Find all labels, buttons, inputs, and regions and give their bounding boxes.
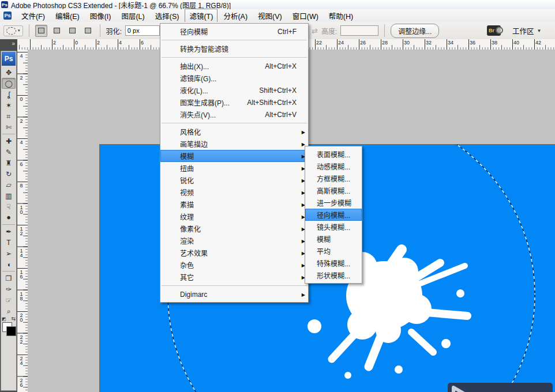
filter-menu-item[interactable] bbox=[160, 283, 308, 288]
menubar-item[interactable]: 图像(I) bbox=[85, 9, 116, 23]
height-input[interactable] bbox=[340, 25, 378, 36]
menubar-item[interactable]: 文件(F) bbox=[17, 9, 50, 23]
workspace-dropdown[interactable]: 工作区 ▼ bbox=[512, 25, 541, 36]
ruler-label: 0 bbox=[75, 40, 78, 46]
refine-edge-button[interactable]: 调整边缘... bbox=[391, 24, 439, 38]
ruler-label: 34 bbox=[448, 40, 453, 46]
menubar-item[interactable]: 选择(S) bbox=[151, 9, 184, 23]
blur-submenu-item[interactable]: 高斯模糊... bbox=[305, 184, 362, 197]
notes-tool[interactable]: ❐ bbox=[2, 273, 16, 284]
brush-tool[interactable]: ✎ bbox=[2, 146, 16, 157]
filter-menu-item[interactable]: 锐化 ▶ bbox=[160, 174, 308, 186]
intersect-selection-button[interactable] bbox=[82, 25, 94, 37]
filter-menu-item[interactable]: 扭曲 ▶ bbox=[160, 162, 308, 174]
swap-colors-icon[interactable]: ⇆ bbox=[11, 316, 16, 322]
hand-tool[interactable]: ☞ bbox=[2, 295, 16, 306]
lasso-tool[interactable]: ʆ bbox=[2, 89, 16, 100]
filter-menu-item[interactable]: 像素化 ▶ bbox=[160, 223, 308, 235]
blur-submenu-item[interactable]: 方框模糊... bbox=[305, 172, 362, 184]
zoom-tool[interactable]: ⌕ bbox=[2, 306, 16, 316]
blur-submenu-item[interactable]: 镜头模糊... bbox=[305, 221, 362, 233]
shape-tool[interactable]: ◖ bbox=[2, 259, 16, 270]
menu-item-shortcut: Shift+Ctrl+X bbox=[259, 86, 297, 95]
height-label: 高度: bbox=[321, 26, 337, 36]
default-colors-icon[interactable]: ◩ bbox=[2, 316, 6, 322]
menubar-item[interactable]: 编辑(E) bbox=[51, 9, 84, 23]
menu-item-label: 抽出(X)... bbox=[180, 61, 209, 71]
eyedropper-tool[interactable]: ✑ bbox=[2, 284, 16, 295]
ruler-label: 26 bbox=[360, 40, 366, 46]
menubar-item[interactable]: 窗口(W) bbox=[288, 9, 323, 23]
gradient-tool[interactable]: ▥ bbox=[2, 190, 16, 201]
blur-submenu-item[interactable]: 特殊模糊... bbox=[305, 257, 362, 269]
filter-menu-item[interactable]: 风格化 ▶ bbox=[160, 126, 308, 138]
collapse-dock-icon[interactable]: » bbox=[0, 39, 17, 48]
subtract-from-selection-button[interactable] bbox=[66, 25, 78, 37]
type-tool[interactable]: T bbox=[2, 237, 16, 248]
filter-menu-item[interactable]: 杂色 ▶ bbox=[160, 259, 308, 271]
filter-menu-item[interactable]: 模糊 ▶ bbox=[160, 150, 308, 162]
add-to-selection-button[interactable] bbox=[51, 25, 63, 37]
menubar-item[interactable]: 视图(V) bbox=[253, 9, 287, 23]
elliptical-marquee-tool[interactable]: ◯ bbox=[2, 78, 16, 89]
menubar-item[interactable]: 滤镜(T) bbox=[185, 9, 217, 23]
healing-brush-tool[interactable]: ✚ bbox=[2, 135, 16, 146]
menubar-item[interactable]: 分析(A) bbox=[219, 9, 252, 23]
ruler-label: 32 bbox=[426, 40, 432, 46]
filter-menu-item[interactable]: 渲染 ▶ bbox=[160, 235, 308, 247]
blur-submenu-item[interactable]: 模糊 bbox=[305, 233, 362, 245]
feather-input[interactable] bbox=[125, 25, 160, 36]
tool-preset-picker[interactable]: ▾ bbox=[3, 25, 23, 36]
blur-submenu-item[interactable]: 径向模糊... bbox=[305, 209, 362, 221]
ruler-label: 8 bbox=[18, 183, 24, 187]
ruler-label: 14 bbox=[18, 248, 24, 257]
filter-menu-item[interactable]: 转换为智能滤镜 bbox=[160, 43, 308, 55]
filter-menu-item[interactable] bbox=[160, 120, 308, 126]
ruler-label: 18 bbox=[18, 291, 24, 300]
filter-menu-item[interactable] bbox=[160, 37, 308, 43]
filter-menu-item[interactable] bbox=[160, 55, 308, 60]
dodge-tool[interactable]: ⚫ bbox=[2, 212, 16, 223]
filter-menu-item[interactable]: 抽出(X)... Alt+Ctrl+X bbox=[160, 60, 308, 72]
slice-tool[interactable]: ✄ bbox=[2, 122, 16, 133]
blur-submenu-item[interactable]: 表面模糊... bbox=[305, 148, 362, 160]
crop-tool[interactable]: ⌗ bbox=[2, 111, 16, 122]
divider bbox=[384, 24, 385, 37]
filter-menu-item[interactable]: 滤镜库(G)... bbox=[160, 72, 308, 84]
filter-menu-item[interactable]: Digimarc ▶ bbox=[160, 288, 308, 300]
filter-menu-item[interactable]: 艺术效果 ▶ bbox=[160, 247, 308, 259]
clone-stamp-tool[interactable]: ♜ bbox=[2, 157, 16, 168]
bridge-icon[interactable]: Br bbox=[487, 25, 501, 36]
blur-submenu-item[interactable]: 平均 bbox=[305, 245, 362, 257]
blur-submenu-item[interactable]: 形状模糊... bbox=[305, 269, 362, 281]
blur-submenu-item[interactable]: 动感模糊... bbox=[305, 160, 362, 172]
menubar-item[interactable]: 图层(L) bbox=[117, 9, 149, 23]
filter-menu-item[interactable]: 其它 ▶ bbox=[160, 271, 308, 283]
ruler-label: 26 bbox=[18, 378, 24, 387]
filter-menu-item[interactable]: 图案生成器(P)... Alt+Shift+Ctrl+X bbox=[160, 96, 308, 108]
color-swatches[interactable]: ◩⇆ bbox=[2, 319, 16, 336]
filter-menu-item[interactable]: 画笔描边 ▶ bbox=[160, 138, 308, 150]
eraser-tool[interactable]: ▱ bbox=[2, 179, 16, 190]
path-selection-tool[interactable]: ➢ bbox=[2, 248, 16, 259]
ruler-label: 4 bbox=[18, 140, 24, 144]
filter-menu-item[interactable]: 素描 ▶ bbox=[160, 198, 308, 210]
smudge-tool[interactable]: ☟ bbox=[2, 201, 16, 212]
filter-menu-item[interactable]: 消失点(V)... Alt+Ctrl+V bbox=[160, 108, 308, 120]
pen-tool[interactable]: ✒ bbox=[2, 226, 16, 237]
filter-menu-item[interactable]: 径向模糊 Ctrl+F bbox=[160, 25, 308, 37]
move-tool[interactable]: ✥ bbox=[2, 67, 16, 78]
divider bbox=[29, 24, 29, 37]
magic-wand-tool[interactable]: ✶ bbox=[2, 100, 16, 111]
new-selection-button[interactable] bbox=[35, 25, 47, 37]
menu-item-label: 图案生成器(P)... bbox=[180, 97, 230, 107]
menubar-item[interactable]: 帮助(H) bbox=[324, 9, 358, 23]
background-color-swatch[interactable] bbox=[6, 326, 16, 336]
menu-item-label: 径向模糊 bbox=[180, 27, 208, 36]
menu-item-label: 径向模糊... bbox=[317, 210, 350, 220]
filter-menu-item[interactable]: 液化(L)... Shift+Ctrl+X bbox=[160, 84, 308, 96]
blur-submenu-item[interactable]: 进一步模糊 bbox=[305, 197, 362, 209]
history-brush-tool[interactable]: ↻ bbox=[2, 168, 16, 179]
filter-menu-item[interactable]: 视频 ▶ bbox=[160, 186, 308, 198]
filter-menu-item[interactable]: 纹理 ▶ bbox=[160, 210, 308, 223]
